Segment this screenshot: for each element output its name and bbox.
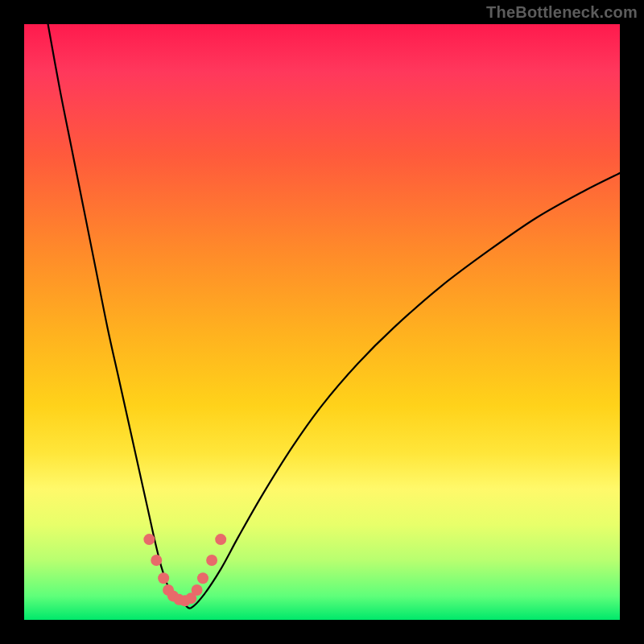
- chart-area: [24, 24, 620, 620]
- trough-marker-dot: [151, 555, 162, 566]
- bottleneck-plot: [24, 24, 620, 620]
- trough-marker-dot: [206, 555, 217, 566]
- trough-marker-dot: [143, 534, 155, 545]
- trough-marker-dot: [215, 534, 226, 545]
- trough-marker-dot: [197, 572, 208, 584]
- trough-marker-dot: [192, 584, 203, 596]
- trough-marker-dot: [158, 572, 169, 584]
- attribution-text: TheBottleneck.com: [486, 3, 638, 22]
- bottleneck-curve-path: [48, 24, 620, 609]
